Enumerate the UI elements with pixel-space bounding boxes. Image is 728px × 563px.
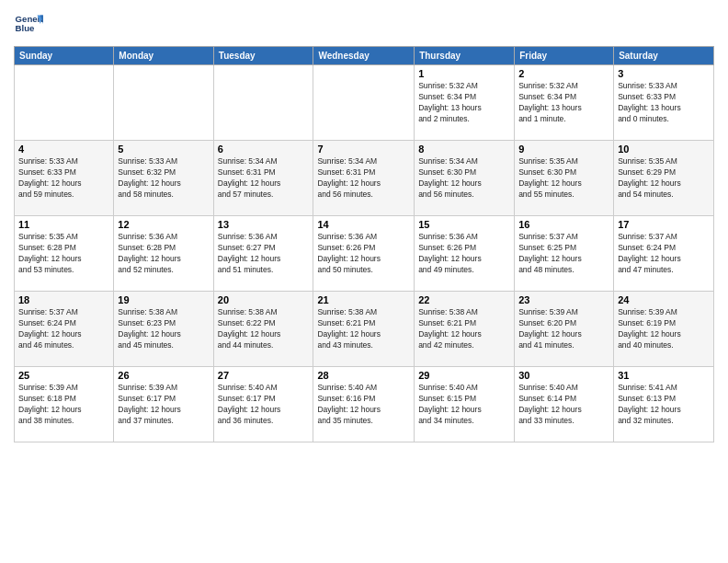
calendar-cell: 10Sunrise: 5:35 AM Sunset: 6:29 PM Dayli… [614, 141, 714, 216]
calendar-cell: 12Sunrise: 5:36 AM Sunset: 6:28 PM Dayli… [114, 216, 213, 292]
day-number: 21 [317, 294, 410, 305]
calendar-cell [114, 65, 213, 141]
day-info: Sunrise: 5:38 AM Sunset: 6:22 PM Dayligh… [218, 307, 310, 351]
week-row-5: 25Sunrise: 5:39 AM Sunset: 6:18 PM Dayli… [15, 367, 714, 442]
day-number: 15 [418, 219, 510, 230]
day-number: 5 [118, 144, 209, 155]
logo: General Blue [14, 9, 43, 39]
day-number: 3 [618, 68, 710, 79]
calendar-cell: 16Sunrise: 5:37 AM Sunset: 6:25 PM Dayli… [515, 216, 614, 292]
header: General Blue [14, 9, 714, 39]
day-info: Sunrise: 5:32 AM Sunset: 6:34 PM Dayligh… [418, 81, 510, 125]
day-number: 1 [418, 68, 510, 79]
calendar-cell: 2Sunrise: 5:32 AM Sunset: 6:34 PM Daylig… [515, 65, 614, 141]
calendar-cell [313, 65, 415, 141]
day-number: 29 [418, 370, 510, 381]
day-number: 20 [218, 294, 310, 305]
day-number: 7 [317, 144, 410, 155]
calendar-cell: 23Sunrise: 5:39 AM Sunset: 6:20 PM Dayli… [515, 292, 614, 367]
day-info: Sunrise: 5:37 AM Sunset: 6:24 PM Dayligh… [18, 307, 109, 351]
day-number: 27 [218, 370, 310, 381]
calendar-cell: 14Sunrise: 5:36 AM Sunset: 6:26 PM Dayli… [313, 216, 415, 292]
day-info: Sunrise: 5:38 AM Sunset: 6:21 PM Dayligh… [418, 307, 510, 351]
calendar-cell: 7Sunrise: 5:34 AM Sunset: 6:31 PM Daylig… [313, 141, 415, 216]
calendar-cell: 29Sunrise: 5:40 AM Sunset: 6:15 PM Dayli… [415, 367, 515, 442]
day-number: 9 [518, 144, 609, 155]
calendar-cell [15, 65, 114, 141]
calendar-cell: 19Sunrise: 5:38 AM Sunset: 6:23 PM Dayli… [114, 292, 213, 367]
day-info: Sunrise: 5:36 AM Sunset: 6:27 PM Dayligh… [218, 232, 310, 276]
day-header-sunday: Sunday [15, 47, 114, 65]
day-header-thursday: Thursday [415, 47, 515, 65]
week-row-1: 1Sunrise: 5:32 AM Sunset: 6:34 PM Daylig… [15, 65, 714, 141]
calendar-cell: 13Sunrise: 5:36 AM Sunset: 6:27 PM Dayli… [213, 216, 313, 292]
day-number: 16 [518, 219, 609, 230]
day-info: Sunrise: 5:33 AM Sunset: 6:33 PM Dayligh… [18, 156, 109, 201]
day-number: 31 [618, 370, 710, 381]
day-info: Sunrise: 5:33 AM Sunset: 6:33 PM Dayligh… [618, 81, 710, 125]
day-number: 6 [218, 144, 310, 155]
day-number: 18 [18, 294, 109, 305]
day-info: Sunrise: 5:38 AM Sunset: 6:21 PM Dayligh… [317, 307, 410, 351]
calendar-cell: 30Sunrise: 5:40 AM Sunset: 6:14 PM Dayli… [515, 367, 614, 442]
day-number: 10 [618, 144, 710, 155]
calendar-cell: 3Sunrise: 5:33 AM Sunset: 6:33 PM Daylig… [614, 65, 714, 141]
day-number: 12 [118, 219, 209, 230]
page: General Blue SundayMondayTuesdayWednesda… [0, 0, 728, 563]
day-info: Sunrise: 5:38 AM Sunset: 6:23 PM Dayligh… [118, 307, 209, 351]
day-info: Sunrise: 5:39 AM Sunset: 6:17 PM Dayligh… [118, 383, 209, 427]
day-number: 28 [317, 370, 410, 381]
svg-text:Blue: Blue [16, 23, 35, 33]
day-info: Sunrise: 5:34 AM Sunset: 6:30 PM Dayligh… [418, 156, 510, 201]
day-number: 22 [418, 294, 510, 305]
day-info: Sunrise: 5:40 AM Sunset: 6:17 PM Dayligh… [218, 383, 310, 427]
day-info: Sunrise: 5:36 AM Sunset: 6:26 PM Dayligh… [418, 232, 510, 276]
logo-icon: General Blue [14, 9, 43, 39]
day-number: 13 [218, 219, 310, 230]
calendar-cell: 21Sunrise: 5:38 AM Sunset: 6:21 PM Dayli… [313, 292, 415, 367]
week-row-3: 11Sunrise: 5:35 AM Sunset: 6:28 PM Dayli… [15, 216, 714, 292]
day-info: Sunrise: 5:40 AM Sunset: 6:15 PM Dayligh… [418, 383, 510, 427]
day-number: 26 [118, 370, 209, 381]
calendar-cell: 8Sunrise: 5:34 AM Sunset: 6:30 PM Daylig… [415, 141, 515, 216]
day-info: Sunrise: 5:40 AM Sunset: 6:16 PM Dayligh… [317, 383, 410, 427]
calendar-cell: 20Sunrise: 5:38 AM Sunset: 6:22 PM Dayli… [213, 292, 313, 367]
day-number: 14 [317, 219, 410, 230]
calendar-cell: 28Sunrise: 5:40 AM Sunset: 6:16 PM Dayli… [313, 367, 415, 442]
day-number: 23 [518, 294, 609, 305]
calendar-cell: 6Sunrise: 5:34 AM Sunset: 6:31 PM Daylig… [213, 141, 313, 216]
calendar-cell: 17Sunrise: 5:37 AM Sunset: 6:24 PM Dayli… [614, 216, 714, 292]
week-row-4: 18Sunrise: 5:37 AM Sunset: 6:24 PM Dayli… [15, 292, 714, 367]
day-info: Sunrise: 5:35 AM Sunset: 6:28 PM Dayligh… [18, 232, 109, 276]
day-number: 2 [518, 68, 609, 79]
day-info: Sunrise: 5:32 AM Sunset: 6:34 PM Dayligh… [518, 81, 609, 125]
day-info: Sunrise: 5:36 AM Sunset: 6:26 PM Dayligh… [317, 232, 410, 276]
day-header-tuesday: Tuesday [213, 47, 313, 65]
day-info: Sunrise: 5:35 AM Sunset: 6:30 PM Dayligh… [518, 156, 609, 201]
week-row-2: 4Sunrise: 5:33 AM Sunset: 6:33 PM Daylig… [15, 141, 714, 216]
calendar-cell: 31Sunrise: 5:41 AM Sunset: 6:13 PM Dayli… [614, 367, 714, 442]
day-header-friday: Friday [515, 47, 614, 65]
calendar-cell: 26Sunrise: 5:39 AM Sunset: 6:17 PM Dayli… [114, 367, 213, 442]
calendar-table: SundayMondayTuesdayWednesdayThursdayFrid… [14, 46, 714, 442]
calendar-cell: 18Sunrise: 5:37 AM Sunset: 6:24 PM Dayli… [15, 292, 114, 367]
calendar-cell: 11Sunrise: 5:35 AM Sunset: 6:28 PM Dayli… [15, 216, 114, 292]
calendar-cell [213, 65, 313, 141]
calendar-cell: 5Sunrise: 5:33 AM Sunset: 6:32 PM Daylig… [114, 141, 213, 216]
day-number: 19 [118, 294, 209, 305]
calendar-cell: 27Sunrise: 5:40 AM Sunset: 6:17 PM Dayli… [213, 367, 313, 442]
calendar-cell: 1Sunrise: 5:32 AM Sunset: 6:34 PM Daylig… [415, 65, 515, 141]
day-number: 4 [18, 144, 109, 155]
day-info: Sunrise: 5:41 AM Sunset: 6:13 PM Dayligh… [618, 383, 710, 427]
day-info: Sunrise: 5:39 AM Sunset: 6:19 PM Dayligh… [618, 307, 710, 351]
day-number: 17 [618, 219, 710, 230]
day-info: Sunrise: 5:35 AM Sunset: 6:29 PM Dayligh… [618, 156, 710, 201]
calendar-cell: 15Sunrise: 5:36 AM Sunset: 6:26 PM Dayli… [415, 216, 515, 292]
day-info: Sunrise: 5:34 AM Sunset: 6:31 PM Dayligh… [317, 156, 410, 201]
day-info: Sunrise: 5:39 AM Sunset: 6:20 PM Dayligh… [518, 307, 609, 351]
day-number: 24 [618, 294, 710, 305]
day-number: 30 [518, 370, 609, 381]
day-number: 25 [18, 370, 109, 381]
calendar-cell: 4Sunrise: 5:33 AM Sunset: 6:33 PM Daylig… [15, 141, 114, 216]
day-info: Sunrise: 5:34 AM Sunset: 6:31 PM Dayligh… [218, 156, 310, 201]
